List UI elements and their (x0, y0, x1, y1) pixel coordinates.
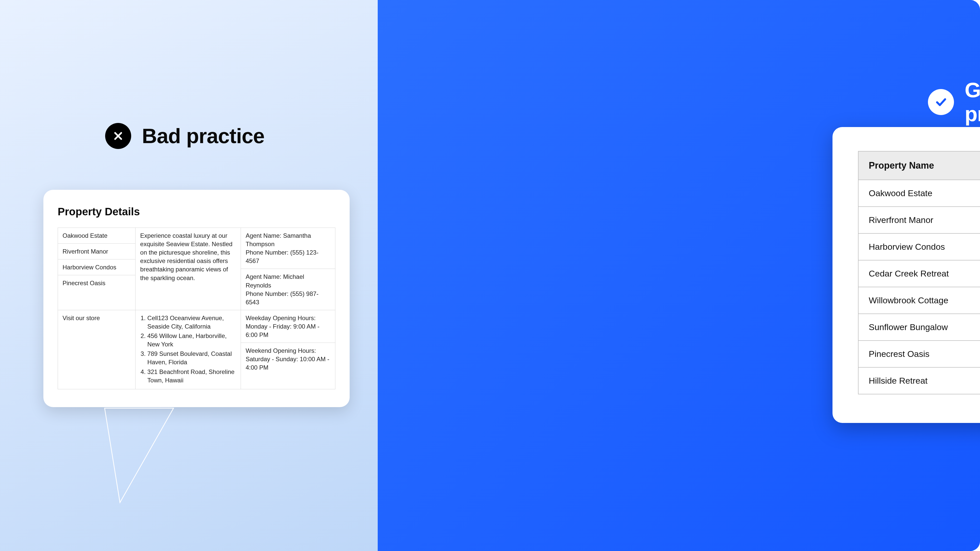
list-item: 321 Beachfront Road, Shoreline Town, Haw… (147, 368, 236, 384)
check-circle-icon (928, 89, 954, 115)
bad-practice-card: Property Details Oakwood Estate Riverfro… (43, 190, 350, 407)
col-header-name: Property Name (858, 151, 980, 180)
good-practice-card: Property Name Address Size Oakwood Estat… (832, 127, 980, 423)
good-table: Property Name Address Size Oakwood Estat… (858, 151, 980, 394)
list-item: Pinecrest Oasis (58, 275, 135, 291)
bad-practice-panel: Bad practice Property Details Oakwood Es… (0, 0, 378, 551)
bad-table-cell: Weekday Opening Hours: Monday - Friday: … (241, 310, 335, 389)
hours-block: Weekday Opening Hours: Monday - Friday: … (241, 310, 335, 343)
bad-card-title: Property Details (58, 206, 335, 218)
good-practice-panel: Good practice Property Name Address Size… (378, 0, 980, 551)
list-item: Harborview Condos (58, 259, 135, 275)
table-cell: Willowbrook Cottage (858, 287, 980, 314)
hours-block: Weekend Opening Hours: Saturday - Sunday… (241, 343, 335, 375)
bad-table: Oakwood Estate Riverfront Manor Harborvi… (58, 227, 335, 389)
table-row: Hillside Retreat780 Summit Road2,050 sq … (858, 367, 980, 394)
table-cell: Harborview Condos (858, 233, 980, 260)
list-item: 456 Willow Lane, Harborville, New York (147, 332, 236, 348)
table-row: Pinecrest Oasis5432 Forest Drive1,300 sq… (858, 341, 980, 367)
good-practice-header: Good practice (928, 78, 980, 126)
bad-table-cell: Cell123 Oceanview Avenue, Seaside City, … (135, 310, 241, 389)
agent-block: Agent Name: Samantha Thompson Phone Numb… (241, 228, 335, 269)
table-cell: Pinecrest Oasis (858, 341, 980, 367)
comparison-graphic: Bad practice Property Details Oakwood Es… (0, 0, 980, 551)
table-cell: Cedar Creek Retreat (858, 260, 980, 287)
list-item: 789 Sunset Boulevard, Coastal Haven, Flo… (147, 349, 236, 366)
table-cell: Hillside Retreat (858, 367, 980, 394)
bad-practice-header: Bad practice (105, 123, 264, 149)
bad-practice-title: Bad practice (142, 124, 264, 148)
good-practice-title: Good practice (965, 78, 980, 126)
table-cell: Riverfront Manor (858, 206, 980, 233)
bad-table-cell: Oakwood Estate Riverfront Manor Harborvi… (58, 228, 135, 310)
bad-table-cell: Agent Name: Samantha Thompson Phone Numb… (241, 228, 335, 310)
list-item: Cell123 Oceanview Avenue, Seaside City, … (147, 314, 236, 330)
list-item: Oakwood Estate (58, 228, 135, 244)
table-header-row: Property Name Address Size (858, 151, 980, 180)
table-row: Cedar Creek Retreat28 Pine Lane3,020 sq … (858, 260, 980, 287)
table-row: Riverfront Manor78 Elm Street2,500 sq ft (858, 206, 980, 233)
table-row: Sunflower Bungalow9876 Garden Avenue1,60… (858, 314, 980, 341)
table-cell: Oakwood Estate (858, 180, 980, 206)
bad-table-cell: Visit our store (58, 310, 135, 389)
agent-block: Agent Name: Michael Reynolds Phone Numbe… (241, 269, 335, 310)
table-row: Harborview Condos9101 Beach Boulevard1,2… (858, 233, 980, 260)
table-row: Oakwood Estate134 Maple Avenue2,000 sq f… (858, 180, 980, 206)
table-cell: Sunflower Bungalow (858, 314, 980, 341)
table-row: Willowbrook Cottage137 Oak Street2,100 s… (858, 287, 980, 314)
bad-table-cell: Experience coastal luxury at our exquisi… (135, 228, 241, 310)
speech-tail-decoration (94, 406, 207, 515)
list-item: Riverfront Manor (58, 244, 135, 259)
x-circle-icon (105, 123, 131, 149)
